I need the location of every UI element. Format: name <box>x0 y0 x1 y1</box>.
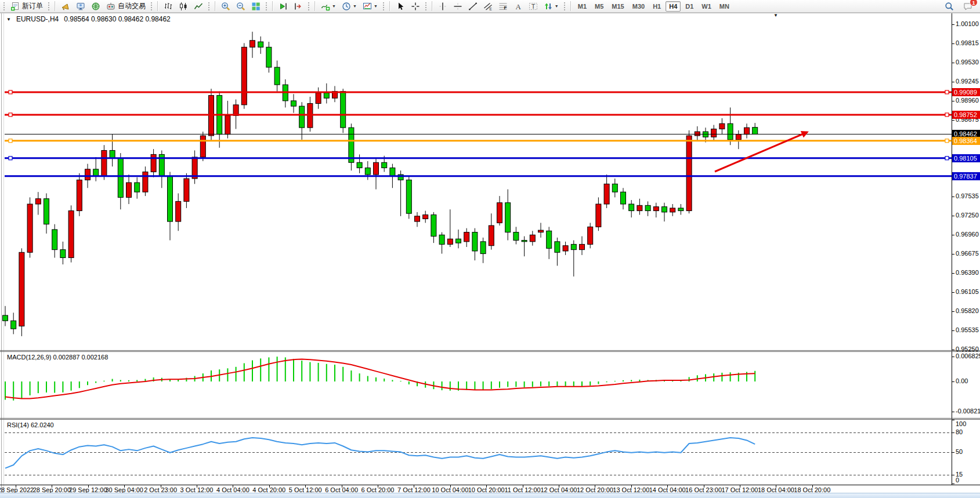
price-badge-0.98105: 0.98105 <box>952 154 980 162</box>
dropdown-arrow-icon[interactable]: ▼ <box>332 4 336 8</box>
crosshair-button[interactable] <box>408 0 422 13</box>
toolbar-separator <box>432 1 433 11</box>
template-icon <box>363 2 372 11</box>
autoscroll-icon <box>279 2 288 11</box>
macd-tick-label: 0.006825 <box>956 352 980 359</box>
line-anchor <box>9 113 12 117</box>
line-anchor <box>945 157 949 160</box>
trendline-icon <box>468 2 478 11</box>
toolbar-separator <box>55 1 56 11</box>
toolbar-separator <box>157 1 158 11</box>
timeframe-m15-button[interactable]: M15 <box>608 1 627 12</box>
line-chart-button[interactable] <box>191 0 205 13</box>
crosshair-icon <box>411 2 420 11</box>
line-anchor <box>9 139 12 143</box>
hline-0.98752[interactable] <box>5 113 952 117</box>
zoom-in-button[interactable] <box>219 0 233 13</box>
price-tick-label: 0.96105 <box>956 288 979 295</box>
search-icon <box>945 2 954 11</box>
indicators-button[interactable]: ▼ <box>319 0 338 13</box>
zoom-in-icon <box>221 2 230 11</box>
bar-chart-button[interactable] <box>161 0 175 13</box>
text-button[interactable]: A <box>511 0 525 13</box>
price-tick-label: 0.97535 <box>956 192 979 199</box>
symbol-dropdown-icon[interactable]: ▼ <box>6 17 11 22</box>
price-tick-label: 0.99530 <box>956 59 979 66</box>
toolbar-separator <box>570 1 572 11</box>
timeframe-h1-button[interactable]: H1 <box>649 1 664 12</box>
timeframe-m1-button[interactable]: M1 <box>574 1 590 12</box>
dropdown-arrow-icon[interactable]: ▼ <box>353 4 357 8</box>
candle-chart-button[interactable] <box>176 0 190 13</box>
toolbar-separator <box>389 1 390 11</box>
periods-button[interactable]: ▼ <box>339 0 359 13</box>
label-icon: T <box>529 2 538 11</box>
rsi-value: 62.0240 <box>31 421 54 428</box>
hline-icon <box>453 2 462 11</box>
channel-icon: E <box>483 2 493 11</box>
mt4-terminal: { "toolbar": { "groups": [ {"items": [{"… <box>0 0 980 498</box>
fibo-icon: F <box>498 2 508 11</box>
chart-shift-end-marker[interactable]: ▼ <box>773 13 778 18</box>
chart-canvas[interactable] <box>0 0 980 498</box>
templates-button[interactable]: ▼ <box>360 0 380 13</box>
text-label-button[interactable]: T <box>526 0 540 13</box>
hline-0.98364[interactable] <box>5 139 952 143</box>
linechart-icon <box>194 2 203 11</box>
cursor-button[interactable] <box>393 0 407 13</box>
timeframe-mn-button[interactable]: MN <box>716 1 733 12</box>
notifications-button[interactable]: 1 <box>961 0 975 13</box>
autotrade-button-label: 自动交易 <box>118 1 146 11</box>
price-tick-label: 0.99245 <box>956 78 979 85</box>
timeframe-m30-button[interactable]: M30 <box>629 1 648 12</box>
alerts-button[interactable] <box>59 0 73 13</box>
timeframe-h4-button[interactable]: H4 <box>666 1 681 12</box>
vertical-line-button[interactable] <box>436 0 450 13</box>
rsi-tick-label: 80 <box>956 428 963 435</box>
toolbar-buttons: 新订单自动交易▼▼▼EFAT▼M1M5M15M30H1H4D1W1MN <box>1 0 733 13</box>
price-badge-0.99089: 0.99089 <box>952 88 980 96</box>
horizontal-line-button[interactable] <box>451 0 465 13</box>
market-watch-button[interactable] <box>74 0 88 13</box>
channel-button[interactable]: E <box>481 0 495 13</box>
chart-shift-button[interactable] <box>291 0 305 13</box>
hline-0.99089[interactable] <box>5 90 952 94</box>
clock-icon <box>342 2 351 11</box>
toolbar-grip <box>48 2 50 11</box>
horn-icon <box>61 2 70 11</box>
toolbar-grip <box>3 2 6 11</box>
tile-icon <box>251 2 261 11</box>
toolbar-grip <box>208 2 211 11</box>
dropdown-arrow-icon[interactable]: ▼ <box>374 4 378 8</box>
rsi-indicator-label: RSI(14) 62.0240 <box>7 421 54 428</box>
zoom-out-button[interactable] <box>234 0 248 13</box>
arrows-button[interactable]: ▼ <box>541 0 561 13</box>
line-anchor <box>945 113 949 117</box>
timeframe-w1-button[interactable]: W1 <box>698 1 715 12</box>
price-tick-label: 0.96675 <box>956 250 979 257</box>
rsi-tick-label: 100 <box>956 420 966 427</box>
timeframe-d1-button[interactable]: D1 <box>682 1 697 12</box>
vline-icon <box>438 2 447 11</box>
dropdown-arrow-icon[interactable]: ▼ <box>555 4 559 8</box>
text-icon: A <box>513 2 523 11</box>
candles-layer <box>3 32 758 336</box>
trendline-button[interactable] <box>466 0 480 13</box>
price-tick-label: 0.96960 <box>956 231 979 238</box>
panel-splitter[interactable] <box>0 351 980 420</box>
rsi-tick-label: 50 <box>956 448 963 455</box>
hline-0.98105[interactable] <box>5 157 952 160</box>
price-tick-label: 0.95250 <box>956 346 979 352</box>
new-order-button[interactable]: 新订单 <box>8 0 45 13</box>
zoom-out-icon <box>236 2 245 11</box>
autotrade-button[interactable]: 自动交易 <box>104 0 148 13</box>
tile-windows-button[interactable] <box>249 0 263 13</box>
price-tick-label: 1.00100 <box>956 20 979 27</box>
fibonacci-button[interactable]: F <box>496 0 510 13</box>
toolbar-separator <box>215 1 216 11</box>
toolbar-separator <box>272 1 273 11</box>
signals-button[interactable] <box>89 0 103 13</box>
search-button[interactable] <box>942 0 956 13</box>
auto-scroll-button[interactable] <box>276 0 290 13</box>
timeframe-m5-button[interactable]: M5 <box>591 1 607 12</box>
